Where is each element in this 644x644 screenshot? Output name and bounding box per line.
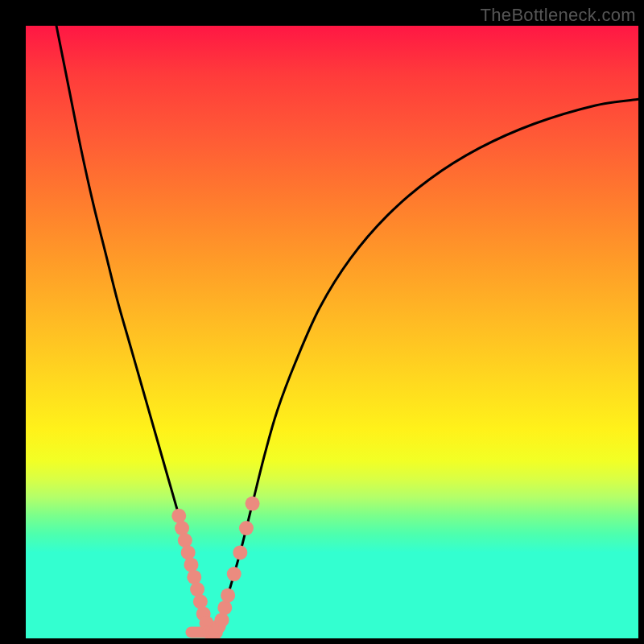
curve-marker [193,594,208,609]
chart-frame: TheBottleneck.com [0,0,644,644]
watermark-text: TheBottleneck.com [481,5,636,26]
curve-marker [187,570,201,584]
curve-path [56,26,638,634]
curve-marker [239,521,254,535]
curve-marker [221,588,235,603]
bottleneck-curve [26,26,638,638]
curve-marker [233,545,247,559]
curve-marker [184,558,198,572]
curve-marker [171,509,186,523]
curve-marker [190,582,204,597]
curve-marker [227,567,242,581]
curve-marker [215,613,229,627]
curve-marker [217,601,232,615]
curve-marker [246,497,260,511]
curve-marker [175,521,189,535]
curve-marker [178,533,192,547]
plot-area [26,26,638,638]
curve-marker [181,545,196,559]
